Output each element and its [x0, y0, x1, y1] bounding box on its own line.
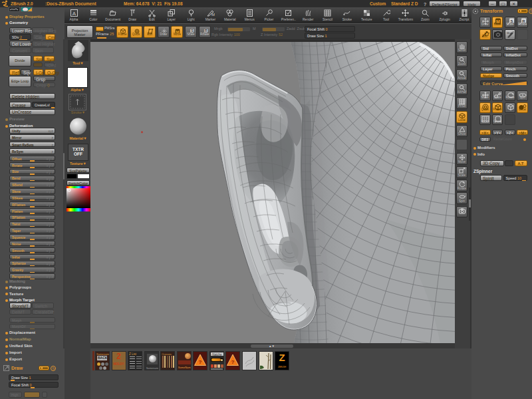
- svg-text:M: M: [211, 13, 215, 17]
- svg-text:?: ?: [231, 359, 235, 365]
- svg-text:Mrg: Mrg: [507, 31, 511, 35]
- svg-text:?: ?: [199, 359, 202, 365]
- svg-text:R: R: [205, 29, 207, 33]
- svg-text:A: A: [72, 11, 76, 17]
